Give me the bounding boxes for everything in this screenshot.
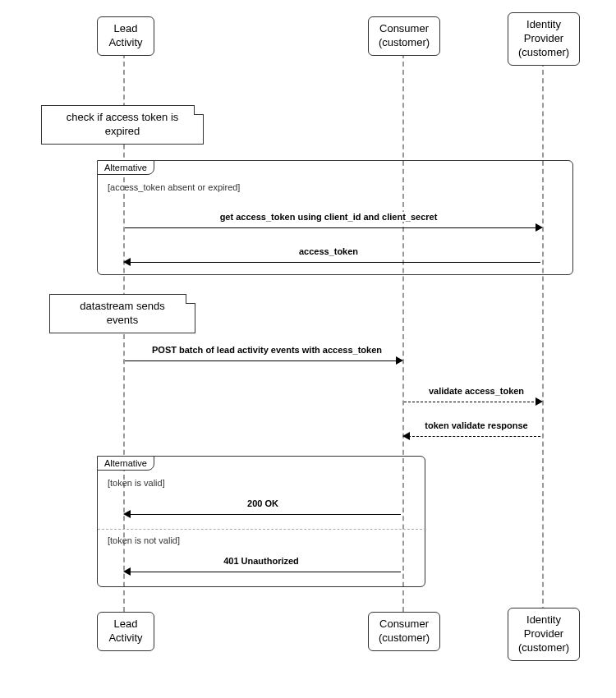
arrow-right-icon [396,356,403,365]
message-access-token: access_token [271,246,386,256]
participant-identity-provider-bottom: IdentityProvider(customer) [508,608,580,661]
arrow-right-icon [536,223,543,232]
alt-condition-valid: [token is valid] [108,478,165,488]
message-get-access-token: get access_token using client_id and cli… [189,212,468,222]
arrow-line [129,514,401,515]
participant-consumer-bottom: Consumer(customer) [368,612,440,651]
arrow-line [125,360,398,361]
note-text: check if access token isexpired [67,111,179,137]
alt-tab-label: Alternative [97,456,154,471]
arrow-right-icon [536,397,543,406]
arrow-line-dashed [404,402,538,402]
alt-condition: [access_token absent or expired] [108,182,240,192]
alt-condition-invalid: [token is not valid] [108,535,180,545]
arrow-line-dashed [408,436,540,437]
alt-tab-label: Alternative [97,160,154,175]
arrow-left-icon [123,258,131,266]
participant-label: LeadActivity [108,618,142,644]
participant-label: IdentityProvider(customer) [518,613,569,654]
note-fold-icon [186,294,195,304]
alt-box-token-valid: Alternative [token is valid] [token is n… [97,456,425,587]
participant-lead-activity-top: LeadActivity [97,16,154,56]
participant-lead-activity-bottom: LeadActivity [97,612,154,651]
message-200-ok: 200 OK [230,498,296,508]
message-401-unauthorized: 401 Unauthorized [212,556,310,566]
arrow-left-icon [402,432,410,440]
participant-label: IdentityProvider(customer) [518,18,569,58]
message-token-validate-response: token validate response [415,420,538,430]
participant-identity-provider-top: IdentityProvider(customer) [508,12,580,66]
note-check-token-expired: check if access token isexpired [41,105,204,145]
participant-label: LeadActivity [108,22,142,48]
arrow-left-icon [123,567,131,576]
note-text: datastream sendsevents [80,300,164,326]
participant-label: Consumer(customer) [379,618,430,644]
arrow-line [125,227,538,228]
note-fold-icon [194,105,204,115]
note-datastream-sends: datastream sendsevents [49,294,195,333]
alt-divider [98,529,426,530]
lifeline-identity-provider [542,53,544,612]
message-validate-token: validate access_token [419,386,534,396]
participant-consumer-top: Consumer(customer) [368,16,440,56]
arrow-line [129,262,540,263]
participant-label: Consumer(customer) [379,22,430,48]
arrow-line [129,572,401,572]
message-post-batch: POST batch of lead activity events with … [131,345,402,355]
arrow-left-icon [123,510,131,518]
